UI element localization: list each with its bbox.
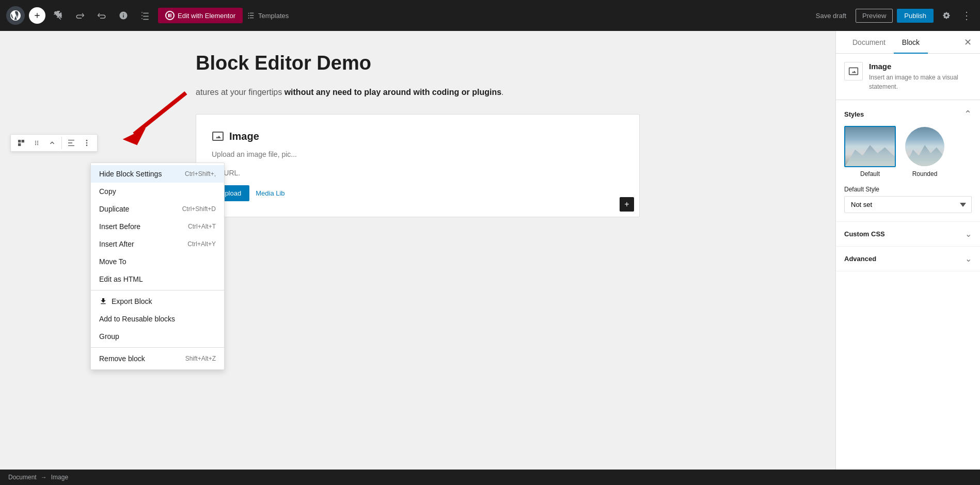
svg-rect-0 <box>168 14 170 18</box>
svg-rect-1 <box>170 14 171 15</box>
wp-logo[interactable] <box>6 6 25 25</box>
advanced-section[interactable]: Advanced ⌄ <box>836 247 980 271</box>
style-option-rounded[interactable]: Rounded <box>904 126 945 177</box>
default-style-label: Default Style <box>844 186 972 193</box>
elementor-button[interactable]: Edit with Elementor <box>158 8 243 23</box>
image-block-header: Image <box>212 130 624 142</box>
list-view-button[interactable] <box>136 8 154 23</box>
align-button[interactable] <box>64 137 78 149</box>
image-block-title: Image <box>229 131 259 142</box>
context-menu-insert-before[interactable]: Insert Before Ctrl+Alt+T <box>91 218 224 235</box>
style-rounded-preview <box>904 126 945 167</box>
block-toolbar <box>10 134 98 152</box>
svg-point-6 <box>35 141 36 142</box>
svg-rect-2 <box>170 15 171 16</box>
context-menu-section-1: Hide Block Settings Ctrl+Shift+, Copy Du… <box>91 163 224 290</box>
image-block-desc: Upload an image file, pic... <box>212 150 624 158</box>
context-menu-section-2: Export Block Add to Reusable blocks Grou… <box>91 290 224 348</box>
context-menu-move-to[interactable]: Move To <box>91 253 224 270</box>
context-menu-duplicate[interactable]: Duplicate Ctrl+Shift+D <box>91 200 224 218</box>
styles-section-title: Styles <box>844 110 864 118</box>
context-menu-remove-block[interactable]: Remove block Shift+Alt+Z <box>91 350 224 367</box>
custom-css-chevron: ⌄ <box>965 229 972 239</box>
block-info-icon <box>844 62 863 80</box>
breadcrumb-document[interactable]: Document <box>8 474 37 481</box>
style-default-label: Default <box>860 170 880 177</box>
media-library-link[interactable]: Media Lib <box>256 189 284 197</box>
block-type-button[interactable] <box>14 137 28 149</box>
main-toolbar: Edit with Elementor Templates Save draft… <box>0 0 980 31</box>
styles-toggle-icon: ⌃ <box>964 108 972 120</box>
publish-button[interactable]: Publish <box>897 9 934 23</box>
block-info-desc: Insert an image to make a visual stateme… <box>869 73 972 91</box>
editor-area[interactable]: Block Editor Demo atures at your fingert… <box>0 31 835 470</box>
move-up-button[interactable] <box>45 137 59 149</box>
context-menu-group[interactable]: Group <box>91 328 224 345</box>
style-rounded-label: Rounded <box>912 170 938 177</box>
block-info: Image Insert an image to make a visual s… <box>836 54 980 100</box>
svg-marker-4 <box>124 129 145 144</box>
preview-button[interactable]: Preview <box>856 9 893 23</box>
info-button[interactable] <box>115 8 132 23</box>
tab-document[interactable]: Document <box>844 31 894 54</box>
toolbar-divider <box>61 137 62 149</box>
svg-point-10 <box>35 144 36 145</box>
svg-point-7 <box>37 141 38 142</box>
add-float-button[interactable]: + <box>620 197 634 212</box>
settings-button[interactable] <box>938 8 955 23</box>
svg-point-9 <box>37 142 38 143</box>
styles-section: Styles ⌃ Default Rounded Def <box>836 100 980 222</box>
templates-button-label: Templates <box>258 12 289 20</box>
style-options: Default Rounded <box>844 126 972 177</box>
drag-handle-button[interactable] <box>29 137 44 149</box>
svg-point-14 <box>86 144 88 146</box>
add-block-button[interactable] <box>29 7 45 24</box>
style-option-default[interactable]: Default <box>844 126 896 177</box>
sidebar-tabs: Document Block ✕ <box>836 31 980 54</box>
image-block: Image Upload an image file, pic... h a U… <box>196 114 640 217</box>
custom-css-section[interactable]: Custom CSS ⌄ <box>836 222 980 247</box>
svg-rect-3 <box>170 17 171 18</box>
context-menu-insert-after[interactable]: Insert After Ctrl+Alt+Y <box>91 235 224 253</box>
context-menu: Hide Block Settings Ctrl+Shift+, Copy Du… <box>90 163 225 370</box>
post-title[interactable]: Block Editor Demo <box>196 52 640 75</box>
context-menu-export-block[interactable]: Export Block <box>91 293 224 310</box>
right-sidebar: Document Block ✕ Image Insert an image t… <box>835 31 980 470</box>
block-info-title: Image <box>869 62 972 71</box>
image-block-buttons: Upload Media Lib <box>212 185 624 201</box>
bottom-bar: Document → Image <box>0 470 980 485</box>
more-options-button[interactable]: ⋮ <box>959 9 974 22</box>
svg-point-11 <box>37 144 38 145</box>
redo-button[interactable] <box>93 8 110 23</box>
red-arrow-annotation <box>103 88 196 152</box>
tools-button[interactable] <box>50 8 67 23</box>
svg-point-12 <box>86 140 88 141</box>
style-default-preview <box>844 126 896 167</box>
more-block-options-button[interactable] <box>80 137 94 149</box>
context-menu-add-reusable[interactable]: Add to Reusable blocks <box>91 310 224 328</box>
elementor-button-label: Edit with Elementor <box>178 12 235 20</box>
svg-point-13 <box>86 142 88 144</box>
tab-block[interactable]: Block <box>894 31 928 54</box>
post-subtitle: atures at your fingertips without any ne… <box>196 86 640 99</box>
context-menu-section-3: Remove block Shift+Alt+Z <box>91 348 224 369</box>
default-style-select[interactable]: Not set <box>844 196 972 213</box>
context-menu-hide-block-settings[interactable]: Hide Block Settings Ctrl+Shift+, <box>91 165 224 183</box>
undo-button[interactable] <box>71 8 89 23</box>
svg-point-8 <box>35 142 36 143</box>
templates-button[interactable]: Templates <box>247 11 289 20</box>
styles-section-header[interactable]: Styles ⌃ <box>844 108 972 120</box>
svg-rect-5 <box>18 140 21 142</box>
custom-css-title: Custom CSS <box>844 230 885 238</box>
main-layout: Block Editor Demo atures at your fingert… <box>0 31 980 470</box>
advanced-title: Advanced <box>844 255 876 263</box>
save-draft-button[interactable]: Save draft <box>811 9 851 23</box>
editor-content: Block Editor Demo atures at your fingert… <box>185 31 650 238</box>
context-menu-edit-as-html[interactable]: Edit as HTML <box>91 270 224 288</box>
sidebar-close-button[interactable]: ✕ <box>962 35 974 50</box>
context-menu-copy[interactable]: Copy <box>91 183 224 200</box>
breadcrumb-image[interactable]: Image <box>51 474 68 481</box>
advanced-chevron: ⌄ <box>965 254 972 264</box>
image-block-url-text: h a URL. <box>212 169 624 177</box>
breadcrumb-arrow: → <box>41 474 47 481</box>
